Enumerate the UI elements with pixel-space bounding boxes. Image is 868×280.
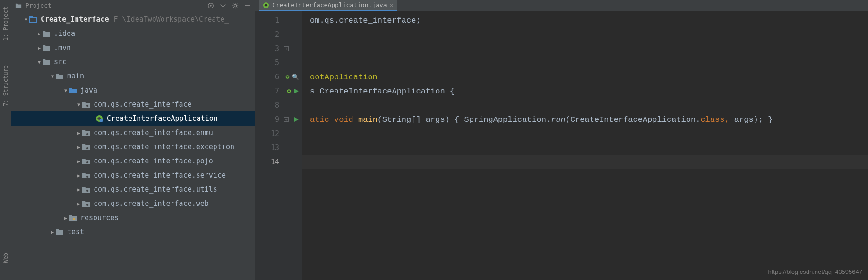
gutter-line[interactable]: 2 <box>255 27 302 42</box>
package-icon <box>82 171 91 179</box>
svg-point-11 <box>86 147 89 150</box>
folder-icon <box>43 58 51 66</box>
chevron-right-icon[interactable] <box>76 144 82 150</box>
tree-label: com.qs.create_interface.web <box>94 199 209 208</box>
gear-icon[interactable] <box>232 2 239 9</box>
web-tool-label[interactable]: Web <box>2 250 9 266</box>
tree-label: CreateInterfaceApplication <box>107 114 218 123</box>
code-line[interactable] <box>302 42 868 56</box>
project-header-title: Project <box>26 2 52 9</box>
tree-row[interactable]: main <box>11 69 255 83</box>
code-line[interactable]: om.qs.create_interface; <box>302 13 868 27</box>
expand-icon[interactable] <box>220 2 226 9</box>
tree-row[interactable]: Create_InterfaceF:\IdeaTwoWorkspace\Crea… <box>11 12 255 26</box>
project-panel-header: Project <box>11 0 255 11</box>
spring-icon <box>95 115 104 122</box>
chevron-down-icon[interactable] <box>49 74 56 79</box>
chevron-down-icon[interactable] <box>36 59 43 65</box>
code-line[interactable] <box>302 155 868 169</box>
folder-icon <box>56 72 64 80</box>
chevron-right-icon[interactable] <box>76 187 82 192</box>
gutter-line[interactable]: 3+ <box>255 42 302 56</box>
chevron-right-icon[interactable] <box>36 31 43 36</box>
gutter-line[interactable]: 12 <box>255 127 302 141</box>
gutter-line[interactable]: 6🔍 <box>255 70 302 84</box>
editor-gutter[interactable]: 123+56🔍789+121314 <box>255 11 302 280</box>
tree-label: .idea <box>54 29 75 38</box>
chevron-down-icon[interactable] <box>23 17 29 22</box>
chevron-right-icon[interactable] <box>76 159 82 164</box>
project-tool-label[interactable]: 1: Project <box>2 4 9 43</box>
tree-row[interactable]: src <box>11 55 255 69</box>
tree-row[interactable]: test <box>11 225 255 239</box>
svg-rect-5 <box>29 16 33 18</box>
project-icon <box>29 16 38 23</box>
code-line[interactable] <box>302 56 868 70</box>
chevron-down-icon[interactable] <box>76 102 82 107</box>
code-line[interactable] <box>302 27 868 42</box>
tree-row[interactable]: resources <box>11 211 255 225</box>
close-icon[interactable]: × <box>390 1 394 9</box>
editor-tab[interactable]: CreateInterfaceApplication.java × <box>259 0 397 11</box>
gutter-line[interactable]: 7 <box>255 84 302 98</box>
package-icon <box>82 143 91 151</box>
svg-point-9 <box>100 119 103 122</box>
fold-icon[interactable]: + <box>284 46 289 51</box>
tree-row[interactable]: com.qs.create_interface.web <box>11 196 255 211</box>
package-icon <box>82 157 91 165</box>
tree-row[interactable]: java <box>11 83 255 97</box>
gutter-line[interactable]: 13 <box>255 141 302 155</box>
code-line[interactable] <box>302 127 868 141</box>
gutter-line[interactable]: 8 <box>255 98 302 112</box>
folder-icon <box>56 228 64 236</box>
code-area[interactable]: om.qs.create_interface;ootApplications C… <box>302 11 868 280</box>
tree-label: .mvn <box>54 43 71 52</box>
svg-point-7 <box>86 105 89 107</box>
gutter-run-icon[interactable]: 🔍 <box>285 74 299 80</box>
code-line[interactable]: s CreateInterfaceApplication { <box>302 84 868 98</box>
tree-row[interactable]: com.qs.create_interface.enmu <box>11 126 255 140</box>
target-icon[interactable] <box>207 2 214 9</box>
gutter-run-icon[interactable] <box>287 88 299 94</box>
project-path: F:\IdeaTwoWorkspace\Create_ <box>114 15 229 24</box>
svg-point-1 <box>210 5 212 7</box>
gutter-line[interactable]: 14 <box>255 155 302 169</box>
tree-row[interactable]: com.qs.create_interface.utils <box>11 182 255 196</box>
tree-row[interactable]: .idea <box>11 26 255 41</box>
svg-point-12 <box>86 161 89 164</box>
code-line[interactable]: ootApplication <box>302 70 868 84</box>
project-tree[interactable]: Create_InterfaceF:\IdeaTwoWorkspace\Crea… <box>11 11 255 280</box>
tree-label: Create_Interface <box>41 15 109 24</box>
chevron-right-icon[interactable] <box>76 173 82 178</box>
chevron-right-icon[interactable] <box>76 130 82 136</box>
tree-row[interactable]: com.qs.create_interface <box>11 97 255 111</box>
svg-rect-3 <box>245 5 250 6</box>
package-icon <box>82 200 91 207</box>
chevron-right-icon[interactable] <box>76 201 82 206</box>
code-line[interactable] <box>302 98 868 112</box>
gutter-line[interactable]: 5 <box>255 56 302 70</box>
chevron-right-icon[interactable] <box>49 229 56 235</box>
chevron-down-icon[interactable] <box>62 88 69 93</box>
code-line[interactable] <box>302 141 868 155</box>
folder-icon <box>43 44 51 51</box>
chevron-right-icon[interactable] <box>62 215 69 221</box>
tree-label: com.qs.create_interface.pojo <box>94 157 213 165</box>
gutter-line[interactable]: 9+ <box>255 112 302 127</box>
project-panel: Project Create_InterfaceF:\IdeaTwoWorksp… <box>11 0 255 280</box>
chevron-right-icon[interactable] <box>36 45 43 51</box>
hide-icon[interactable] <box>244 2 251 9</box>
gutter-run-icon[interactable] <box>293 117 299 122</box>
gutter-line[interactable]: 1 <box>255 13 302 27</box>
package-icon <box>82 129 91 136</box>
tree-row[interactable]: com.qs.create_interface.pojo <box>11 154 255 168</box>
fold-icon[interactable]: + <box>284 117 289 122</box>
tree-row[interactable]: .mvn <box>11 41 255 55</box>
structure-tool-label[interactable]: 7: Structure <box>2 62 9 109</box>
tree-row[interactable]: com.qs.create_interface.exception <box>11 140 255 154</box>
folder-icon <box>15 2 22 9</box>
svg-point-13 <box>86 176 89 178</box>
code-line[interactable]: atic void main(String[] args) { SpringAp… <box>302 112 868 127</box>
tree-row[interactable]: com.qs.create_interface.service <box>11 168 255 182</box>
tree-row[interactable]: CreateInterfaceApplication <box>11 111 255 126</box>
